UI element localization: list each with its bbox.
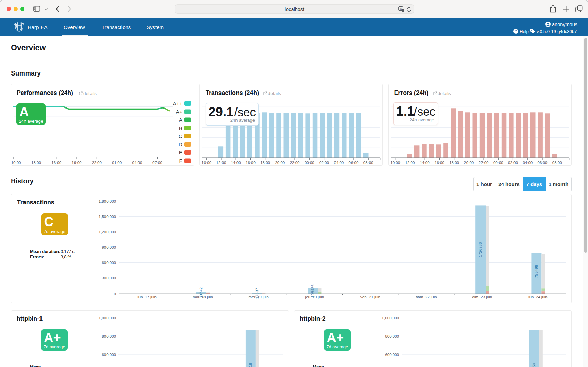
svg-text:00:00: 00:00 xyxy=(305,161,314,165)
svg-text:lun. 17 juin: lun. 17 juin xyxy=(137,295,157,299)
svg-text:07:00: 07:00 xyxy=(152,161,162,165)
svg-text:B: B xyxy=(179,125,182,131)
svg-text:18:00: 18:00 xyxy=(449,161,459,165)
svg-text:04:00: 04:00 xyxy=(523,161,533,165)
svg-text:16:00: 16:00 xyxy=(435,161,444,165)
svg-text:D: D xyxy=(179,141,182,147)
svg-text:862350: 862350 xyxy=(532,363,536,367)
svg-text:22:00: 22:00 xyxy=(92,161,102,165)
svg-text:600,000: 600,000 xyxy=(102,352,116,356)
svg-text:01:00: 01:00 xyxy=(112,161,122,165)
svg-text:A: A xyxy=(400,7,402,11)
svg-text:795496: 795496 xyxy=(534,265,538,278)
svg-text:800,000: 800,000 xyxy=(102,334,116,338)
svg-text:0: 0 xyxy=(114,292,116,296)
svg-text:10:00: 10:00 xyxy=(390,161,400,165)
svg-text:lun. 24 juin: lun. 24 juin xyxy=(528,295,548,299)
svg-text:16:00: 16:00 xyxy=(246,161,256,165)
svg-text:A++: A++ xyxy=(173,101,182,106)
svg-text:06:00: 06:00 xyxy=(537,161,547,165)
svg-text:108436: 108436 xyxy=(311,284,315,297)
svg-text:1,000,000: 1,000,000 xyxy=(381,316,399,320)
svg-text:900,000: 900,000 xyxy=(102,245,116,249)
svg-text:13:00: 13:00 xyxy=(31,161,41,165)
svg-text:22:00: 22:00 xyxy=(478,161,488,165)
svg-text:18:00: 18:00 xyxy=(261,161,271,165)
svg-text:04:00: 04:00 xyxy=(132,161,142,165)
svg-text:300,000: 300,000 xyxy=(102,276,116,280)
svg-text:08:00: 08:00 xyxy=(552,161,562,165)
svg-text:10:00: 10:00 xyxy=(11,161,21,165)
svg-text:14:00: 14:00 xyxy=(420,161,429,165)
svg-text:06:00: 06:00 xyxy=(349,161,359,165)
svg-text:867318: 867318 xyxy=(248,363,252,367)
svg-text:600,000: 600,000 xyxy=(102,261,116,265)
svg-text:20:00: 20:00 xyxy=(275,161,285,165)
svg-text:1,000,000: 1,000,000 xyxy=(99,316,116,320)
svg-text:33742: 33742 xyxy=(199,287,203,298)
svg-text:19:00: 19:00 xyxy=(72,161,82,165)
svg-text:600,000: 600,000 xyxy=(385,352,399,356)
svg-text:800,000: 800,000 xyxy=(385,334,399,338)
svg-text:dim. 23 juin: dim. 23 juin xyxy=(472,295,492,299)
svg-text:A: A xyxy=(179,117,183,123)
svg-text:22:00: 22:00 xyxy=(290,161,300,165)
svg-text:20:00: 20:00 xyxy=(464,161,474,165)
svg-text:C: C xyxy=(179,133,182,139)
svg-text:F: F xyxy=(179,158,182,164)
svg-text:12:00: 12:00 xyxy=(216,161,226,165)
svg-text:A+: A+ xyxy=(176,109,182,115)
svg-text:E: E xyxy=(179,150,182,155)
svg-text:1,200,000: 1,200,000 xyxy=(99,230,116,234)
svg-text:14:00: 14:00 xyxy=(231,161,241,165)
svg-text:02:00: 02:00 xyxy=(319,161,329,165)
svg-text:00:00: 00:00 xyxy=(493,161,503,165)
svg-text:ven. 21 juin: ven. 21 juin xyxy=(360,295,380,299)
svg-text:16:00: 16:00 xyxy=(51,161,61,165)
svg-text:1,500,000: 1,500,000 xyxy=(99,215,116,219)
svg-text:?: ? xyxy=(515,29,517,33)
svg-text:sam. 22 juin: sam. 22 juin xyxy=(416,295,437,299)
svg-text:02:00: 02:00 xyxy=(508,161,518,165)
svg-text:17337: 17337 xyxy=(255,288,259,299)
svg-text:04:00: 04:00 xyxy=(334,161,344,165)
svg-text:08:00: 08:00 xyxy=(363,161,373,165)
svg-text:1,800,000: 1,800,000 xyxy=(99,199,116,203)
svg-text:12:00: 12:00 xyxy=(405,161,415,165)
svg-text:1726986: 1726986 xyxy=(478,242,483,257)
svg-text:10:00: 10:00 xyxy=(202,161,212,165)
